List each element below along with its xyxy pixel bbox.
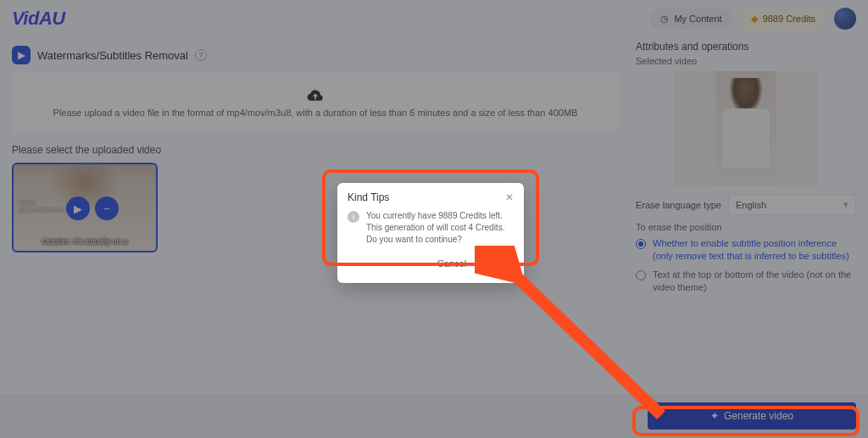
ok-button[interactable]: OK xyxy=(480,254,514,273)
kind-tips-dialog: Kind Tips ✕ i You currently have 9889 Cr… xyxy=(337,183,524,283)
dialog-title: Kind Tips xyxy=(348,191,389,203)
dialog-header: Kind Tips ✕ xyxy=(348,191,514,203)
dialog-body: i You currently have 9889 Credits left. … xyxy=(348,210,514,246)
cancel-button[interactable]: Cancel xyxy=(431,254,473,273)
close-icon[interactable]: ✕ xyxy=(505,191,514,203)
dialog-message: You currently have 9889 Credits left. Th… xyxy=(366,210,514,246)
info-circle-icon: i xyxy=(348,211,359,223)
dialog-actions: Cancel OK xyxy=(348,254,514,273)
